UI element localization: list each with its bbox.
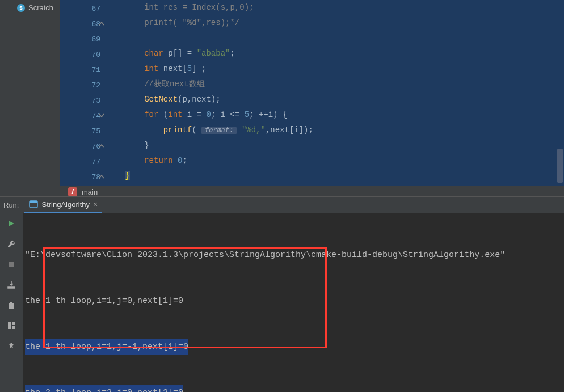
console-line: the 1 th loop,i=1,j=-1,next[1]=0 — [25, 339, 562, 355]
console-output[interactable]: "E:\devsoftware\CLion 2023.1.3\projects\… — [23, 213, 564, 392]
run-config-tab[interactable]: StringAlgorithy × — [24, 197, 102, 214]
terminal-icon — [29, 200, 38, 208]
editor-area: S Scratch 67 68 69 70 71 72 73 74 75 76 … — [0, 0, 564, 187]
run-tab-name: StringAlgorithy — [41, 200, 90, 209]
down-tray-icon[interactable] — [6, 279, 17, 290]
fold-start-icon[interactable] — [99, 113, 104, 119]
line-number: 67 — [61, 1, 100, 16]
console-line: "E:\devsoftware\CLion 2023.1.3\projects\… — [25, 247, 562, 263]
trash-icon[interactable] — [6, 300, 17, 311]
line-number: 75 — [61, 124, 100, 139]
fold-end-icon[interactable] — [99, 144, 104, 149]
run-tool-header: Run: StringAlgorithy × — [0, 196, 564, 213]
line-number: 76 — [61, 139, 100, 154]
console-line: the 1 th loop,i=1,j=0,next[1]=0 — [25, 293, 562, 309]
svg-rect-2 — [9, 262, 14, 267]
line-number: 72 — [61, 78, 100, 93]
svg-rect-3 — [8, 322, 11, 329]
line-number: 78 — [61, 170, 100, 185]
run-toolbar — [0, 213, 23, 392]
layout-icon[interactable] — [6, 320, 17, 331]
svg-rect-1 — [30, 201, 37, 203]
rerun-icon[interactable] — [6, 218, 17, 229]
run-label: Run: — [3, 201, 19, 209]
sidebar-item-scratches[interactable]: S Scratch — [0, 1, 60, 14]
line-number: 73 — [61, 93, 100, 108]
code-editor[interactable]: int res = Index(s,p,0); printf( "%d",res… — [105, 0, 564, 186]
line-number: 71 — [61, 62, 100, 78]
stop-icon[interactable] — [6, 259, 17, 270]
scratch-icon: S — [17, 4, 25, 12]
run-console: "E:\devsoftware\CLion 2023.1.3\projects\… — [0, 213, 564, 392]
fold-end-icon[interactable] — [99, 174, 104, 180]
svg-rect-5 — [12, 326, 15, 329]
editor-scrollbar[interactable] — [557, 1, 563, 185]
scrollbar-thumb[interactable] — [557, 149, 563, 183]
line-number: 68 — [61, 16, 100, 32]
line-number: 74 — [61, 108, 100, 124]
wrench-icon[interactable] — [6, 238, 17, 250]
line-number: 77 — [61, 154, 100, 170]
line-number: 69 — [61, 32, 100, 47]
function-icon: f — [68, 187, 77, 196]
project-sidebar[interactable]: S Scratch — [0, 0, 60, 186]
svg-rect-4 — [12, 322, 15, 325]
line-number: 70 — [61, 47, 100, 62]
line-number-gutter[interactable]: 67 68 69 70 71 72 73 74 75 76 77 78 — [60, 0, 105, 186]
breadcrumb-label[interactable]: main — [82, 188, 98, 196]
close-tab-icon[interactable]: × — [93, 200, 98, 209]
console-line: the 2 th loop,i=2,j=0,next[2]=0 — [25, 385, 562, 392]
breadcrumb-bar[interactable]: f main — [0, 187, 564, 196]
sidebar-item-label: Scratch — [28, 3, 53, 12]
fold-end-icon[interactable] — [99, 21, 104, 27]
pin-icon[interactable] — [6, 340, 17, 352]
